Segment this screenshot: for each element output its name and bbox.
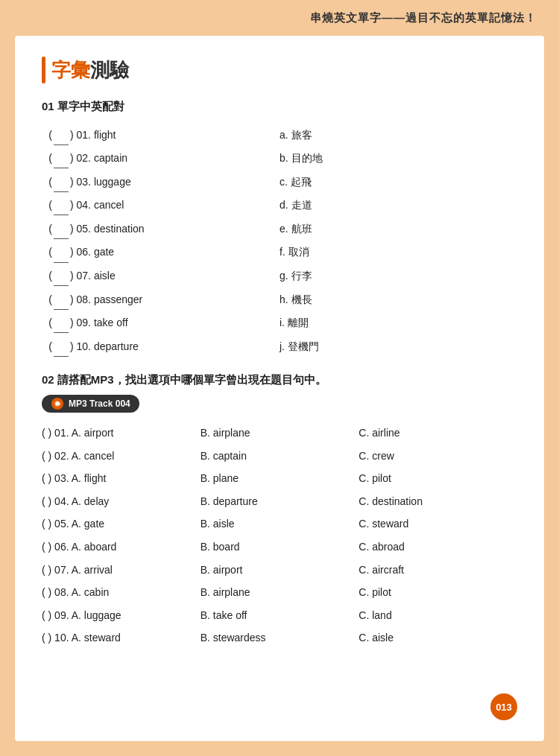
meaning-text: j. 登機門 (280, 337, 319, 357)
meaning-text: d. 走道 (280, 195, 312, 215)
mc-col-a: ( ) 08. A. cabin (42, 582, 200, 603)
mc-col-c: C. aircraft (359, 560, 517, 580)
match-left-item: ( ) 02. captain (42, 148, 280, 169)
answer-blank (54, 195, 69, 216)
match-right-item: j. 登機門 (280, 336, 517, 357)
answer-blank (54, 171, 69, 192)
matching-grid: ( ) 01. flighta. 旅客( ) 02. captainb. 目的地… (42, 124, 517, 357)
title-kanji-red: 字彙 (51, 59, 90, 81)
answer-blank (54, 148, 69, 169)
answer-blank (54, 266, 69, 287)
meaning-text: e. 航班 (280, 219, 312, 239)
mc-c-text: C. crew (359, 446, 394, 466)
match-right-item: b. 目的地 (280, 148, 517, 169)
title-bar-decoration (42, 57, 45, 83)
mc-c-text: C. destination (359, 492, 423, 512)
mc-c-text: C. pilot (359, 582, 391, 603)
match-right-item: f. 取消 (280, 242, 517, 263)
mc-b-text: B. airport (200, 560, 243, 580)
answer-blank (54, 242, 69, 263)
mp3-badge: MP3 Track 004 (42, 395, 139, 413)
paren: ( (42, 290, 52, 310)
mp3-icon (51, 397, 64, 410)
word-text: ) 06. gate (70, 242, 114, 262)
answer-blank (54, 124, 69, 145)
mc-a-text: ) 10. A. steward (48, 628, 121, 648)
paren: ( (42, 195, 52, 215)
mc-col-a: ( ) 07. A. arrival (42, 560, 200, 580)
mp3-label: MP3 Track 004 (69, 398, 130, 409)
mc-b-text: B. aisle (200, 514, 235, 534)
word-text: ) 01. flight (70, 125, 116, 145)
page-number: 013 (490, 693, 517, 720)
paren: ( (42, 172, 52, 192)
mc-col-b: B. captain (200, 446, 359, 466)
meaning-text: a. 旅客 (280, 125, 312, 145)
mc-b-text: B. stewardess (200, 628, 266, 648)
mc-col-c: C. pilot (359, 468, 517, 489)
mc-col-a: ( ) 05. A. gate (42, 514, 200, 534)
match-right-item: a. 旅客 (280, 124, 517, 145)
mc-col-b: B. take off (200, 606, 359, 626)
match-right-item: d. 走道 (280, 195, 517, 216)
mc-col-c: C. aisle (359, 628, 517, 648)
paren: ( (42, 313, 52, 333)
mc-b-text: B. plane (200, 468, 239, 489)
mc-a-text: ) 06. A. aboard (48, 537, 117, 557)
mc-col-a: ( ) 01. A. airport (42, 423, 200, 443)
mc-c-text: C. airline (359, 423, 399, 443)
part1-header: 01 單字中英配對 (42, 100, 517, 114)
mc-a-text: ) 08. A. cabin (48, 582, 110, 603)
mc-a-text: ) 02. A. cancel (48, 446, 115, 466)
answer-blank (54, 289, 69, 310)
content-area: 字彙測驗 01 單字中英配對 ( ) 01. flighta. 旅客( ) 02… (15, 36, 544, 741)
mc-col-b: B. airplane (200, 582, 359, 603)
match-left-item: ( ) 06. gate (42, 242, 280, 263)
word-text: ) 10. departure (70, 337, 139, 357)
section-title: 字彙測驗 (42, 57, 517, 83)
match-left-item: ( ) 05. destination (42, 218, 280, 239)
paren: ( (42, 242, 52, 262)
mc-col-b: B. airplane (200, 423, 359, 443)
mc-col-b: B. plane (200, 468, 359, 489)
match-right-item: c. 起飛 (280, 171, 517, 192)
mc-b-text: B. take off (200, 606, 247, 626)
mc-c-text: C. land (359, 606, 391, 626)
part2-header: 02 請搭配MP3，找出選項中哪個單字曾出現在題目句中。 (42, 373, 517, 387)
match-right-item: i. 離開 (280, 313, 517, 334)
meaning-text: b. 目的地 (280, 148, 323, 168)
word-text: ) 08. passenger (70, 290, 142, 310)
meaning-text: f. 取消 (280, 242, 309, 262)
mc-col-a: ( ) 03. A. flight (42, 468, 200, 489)
mc-col-a: ( ) 06. A. aboard (42, 537, 200, 557)
mc-col-c: C. airline (359, 423, 517, 443)
mc-c-text: C. pilot (359, 468, 391, 489)
match-left-item: ( ) 04. cancel (42, 195, 280, 216)
match-left-item: ( ) 01. flight (42, 124, 280, 145)
mc-grid: ( ) 01. A. airportB. airplaneC. airline(… (42, 423, 517, 648)
answer-blank (54, 336, 69, 357)
meaning-text: c. 起飛 (280, 172, 312, 192)
word-text: ) 09. take off (70, 313, 128, 333)
mc-col-c: C. steward (359, 514, 517, 534)
match-left-item: ( ) 09. take off (42, 313, 280, 334)
mc-col-c: C. crew (359, 446, 517, 466)
mc-b-text: B. captain (200, 446, 247, 466)
mc-col-b: B. stewardess (200, 628, 359, 648)
mc-col-a: ( ) 10. A. steward (42, 628, 200, 648)
answer-blank (54, 313, 69, 334)
word-text: ) 07. aisle (70, 266, 116, 286)
paren: ( (42, 266, 52, 286)
mc-col-c: C. pilot (359, 582, 517, 603)
match-right-item: g. 行李 (280, 266, 517, 287)
mc-col-c: C. destination (359, 492, 517, 512)
match-left-item: ( ) 07. aisle (42, 266, 280, 287)
match-left-item: ( ) 10. departure (42, 336, 280, 357)
word-text: ) 03. luggage (70, 172, 131, 192)
mc-col-b: B. board (200, 537, 359, 557)
match-right-item: h. 機長 (280, 289, 517, 310)
match-left-item: ( ) 08. passenger (42, 289, 280, 310)
mc-b-text: B. airplane (200, 423, 250, 443)
mc-b-text: B. departure (200, 492, 258, 512)
page: 串燒英文單字——過目不忘的英單記憶法！ 字彙測驗 01 單字中英配對 ( ) 0… (0, 0, 559, 756)
